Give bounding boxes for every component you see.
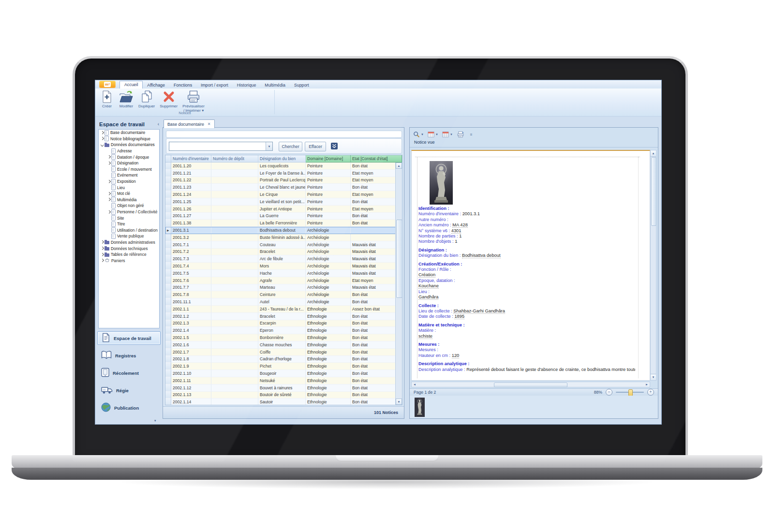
table-row[interactable]: ▸2001.3.1Bodhisattva deboutArchéologie	[165, 227, 402, 234]
column-header-num-ro-d-inventaire[interactable]: Numéro d'inventaire	[171, 155, 211, 163]
table-row[interactable]: 2002.1.3EscarpinEthnologieBon état	[165, 320, 402, 327]
view-mode-1-button[interactable]: ▼	[427, 131, 439, 138]
app-menu-button[interactable]: m³	[99, 81, 116, 88]
dupliquer-button[interactable]: Dupliquer	[136, 89, 157, 109]
tree-item-personne-collectivit[interactable]: Personne / Collectivité	[99, 209, 159, 215]
table-row[interactable]: 2001.11.1AutelArchéologieBon état	[165, 298, 402, 306]
table-row[interactable]: 2002.1.14SautoirEthnologieBon état	[165, 399, 402, 405]
tree-item-d-signation[interactable]: Désignation	[99, 160, 159, 166]
column-header-domaine-domaine[interactable]: Domaine [Domaine]	[306, 155, 351, 163]
tree-item-site[interactable]: Site	[99, 215, 159, 221]
modifier-button[interactable]: Modifier	[117, 89, 136, 109]
table-row[interactable]: 2002.1.10BougeoirEthnologieBon état	[165, 370, 402, 377]
page-thumbnail[interactable]	[415, 398, 425, 417]
search-input[interactable]	[169, 142, 266, 150]
tree-item-ecole-mouvement[interactable]: Ecole / mouvement	[99, 166, 159, 173]
sidebar-collapse-button[interactable]: ‹	[158, 121, 159, 127]
expand-closed-icon[interactable]	[107, 191, 111, 196]
column-header-d-signation-du-bien[interactable]: Désignation du bien	[258, 155, 306, 163]
zoom-in-button[interactable]: +	[647, 389, 654, 396]
tree-item-vente-publique[interactable]: Vente publique	[99, 233, 159, 239]
table-vertical-scrollbar[interactable]: ▲ ▼	[395, 163, 402, 405]
tree-item-datation-poque[interactable]: Datation / époque	[99, 154, 159, 160]
tree-item-ev-nement[interactable]: Evénement	[99, 172, 159, 178]
tree-item-base-documentaire[interactable]: Base documentaire	[99, 130, 159, 136]
scroll-up-icon[interactable]: ▲	[651, 150, 656, 157]
module-button-registres[interactable]: Registres	[97, 349, 161, 362]
tree-item-donn-es-documentaires[interactable]: Données documentaires	[99, 142, 159, 148]
table-row[interactable]: 2001.7.5HacheArchéologieMauvais état	[165, 270, 402, 277]
scroll-right-icon[interactable]: ►	[644, 382, 650, 387]
tree-item-mot-cl[interactable]: Mot clé	[99, 191, 159, 197]
expand-closed-icon[interactable]	[100, 258, 104, 263]
tree-item-utilisation-destination[interactable]: Utilisation / destination	[99, 227, 159, 234]
tree-item-tables-de-r-f-rence[interactable]: Tables de référence	[99, 251, 159, 258]
table-row[interactable]: 2002.1.6Chasse mouchesEthnologieBon état	[165, 341, 402, 349]
table-row[interactable]: 2001.7.4MorsArchéologieMauvais état	[165, 263, 402, 270]
table-row[interactable]: 2002.1.1243 - Taureau / de la r...Ethnol…	[165, 306, 402, 313]
advanced-search-icon[interactable]	[331, 143, 338, 150]
expand-closed-icon[interactable]	[100, 240, 104, 245]
sidebar-overflow-icon[interactable]: ▾	[154, 419, 156, 423]
tree-item-titre[interactable]: Titre	[99, 221, 159, 227]
table-row[interactable]: 2001.7.3Arc de fibuleArchéologieMauvais …	[165, 255, 402, 263]
supprimer-button[interactable]: Supprimer	[157, 89, 180, 109]
expand-closed-icon[interactable]	[107, 179, 111, 184]
table-row[interactable]: 2001.1.21Le Foyer de la Danse à...Peintu…	[165, 170, 402, 177]
cr-er-button[interactable]: Créer	[97, 89, 117, 109]
close-icon[interactable]: ✕	[208, 122, 211, 126]
ribbon-tab-support[interactable]: Support	[290, 82, 313, 89]
expand-closed-icon[interactable]	[107, 209, 111, 214]
tree-item-lieu[interactable]: Lieu	[99, 184, 159, 191]
table-row[interactable]: 2001.1.20Les coquelicotsPeintureBon état	[165, 163, 402, 170]
expand-closed-icon[interactable]	[107, 197, 111, 202]
ribbon-tab-affichage[interactable]: Affichage	[143, 82, 169, 89]
table-row[interactable]: 2001.3.2Buste féminin adossé à...Archéol…	[165, 234, 402, 241]
table-row[interactable]: 2001.1.23Le Cheval blanc et jaunePeintur…	[165, 184, 402, 191]
scrollbar-thumb[interactable]	[494, 383, 567, 387]
tree-item-paniers[interactable]: Paniers	[99, 257, 159, 264]
module-button-r-colement[interactable]: Récolement	[97, 366, 161, 380]
column-header-num-ro-de-d-p-t[interactable]: Numéro de dépôt	[211, 155, 258, 163]
expand-closed-icon[interactable]	[107, 155, 111, 160]
chercher-button[interactable]: Chercher	[279, 142, 302, 151]
table-row[interactable]: 2002.1.9PichetEthnologieBon état	[165, 363, 402, 370]
expand-closed-icon[interactable]	[107, 161, 111, 165]
table-row[interactable]: 2002.1.8Cadran d'horlogeEthnologieBon ét…	[165, 356, 402, 363]
ribbon-tab-import-export[interactable]: Import / export	[196, 82, 233, 89]
table-row[interactable]: 2001.7.6AgrafeArchéologieEtat moyen	[165, 277, 402, 284]
table-row[interactable]: 2001.1.26Jupiter et AntiopePeintureEtat …	[165, 206, 402, 213]
tree-item-exposition[interactable]: Exposition	[99, 178, 159, 185]
table-row[interactable]: 2001.7.8CeintureArchéologieBon état	[165, 291, 402, 298]
effacer-button[interactable]: Effacer	[305, 142, 326, 151]
table-row[interactable]: 2002.1.11NetsukéEthnologieBon état	[165, 377, 402, 384]
table-row[interactable]: 2001.1.24Le CirquePeintureEtat moyen	[165, 191, 402, 198]
table-row[interactable]: 2002.1.7CoiffeEthnologieBon état	[165, 349, 402, 356]
ribbon-tab-historique[interactable]: Historique	[233, 82, 261, 89]
pr-visualiser-button[interactable]: Prévisualiser/ Imprimer ▾	[180, 89, 207, 114]
table-row[interactable]: 2002.1.4EperonEthnologieBon état	[165, 327, 402, 334]
toolbar-overflow-icon[interactable]: ≡	[470, 133, 473, 137]
module-button-espace-de-travail[interactable]: Espace de travail	[97, 331, 161, 345]
combo-dropdown-icon[interactable]: ▼	[266, 142, 272, 150]
expand-closed-icon[interactable]	[100, 252, 104, 257]
table-row[interactable]: 2002.1.2BraceletEthnologieBon état	[165, 313, 402, 320]
document-tab[interactable]: Base documentaire ✕	[164, 119, 215, 128]
table-row[interactable]: 2002.1.5BonbonnièreEthnologieBon état	[165, 334, 402, 341]
table-row[interactable]: 2001.1.25Le vieillard et son petit...Pei…	[165, 198, 402, 206]
tree-item-donn-es-techniques[interactable]: Données techniques	[99, 245, 159, 251]
zoom-slider-thumb[interactable]	[628, 389, 633, 396]
column-header-etat-constat-d-tat[interactable]: Etat [Constat d'état]	[351, 155, 402, 163]
viewer-horizontal-scrollbar[interactable]: ◄ ►	[411, 382, 650, 387]
ribbon-tab-accueil[interactable]: Accueil	[119, 81, 143, 89]
tree-item-adresse[interactable]: Adresse	[99, 148, 159, 154]
table-row[interactable]: 2001.7.1CouteauArchéologieMauvais état	[165, 241, 402, 249]
print-view-button[interactable]	[456, 131, 465, 138]
scroll-down-icon[interactable]: ▼	[396, 399, 402, 405]
scroll-up-icon[interactable]: ▲	[396, 163, 402, 169]
tree-item-notice-bibliographique[interactable]: Notice bibliographique	[99, 136, 159, 142]
zoom-tool-button[interactable]: ▼	[412, 131, 425, 138]
expand-closed-icon[interactable]	[100, 136, 104, 141]
expand-open-icon[interactable]	[100, 142, 104, 147]
module-button-r-gie[interactable]: Régie	[97, 384, 161, 397]
